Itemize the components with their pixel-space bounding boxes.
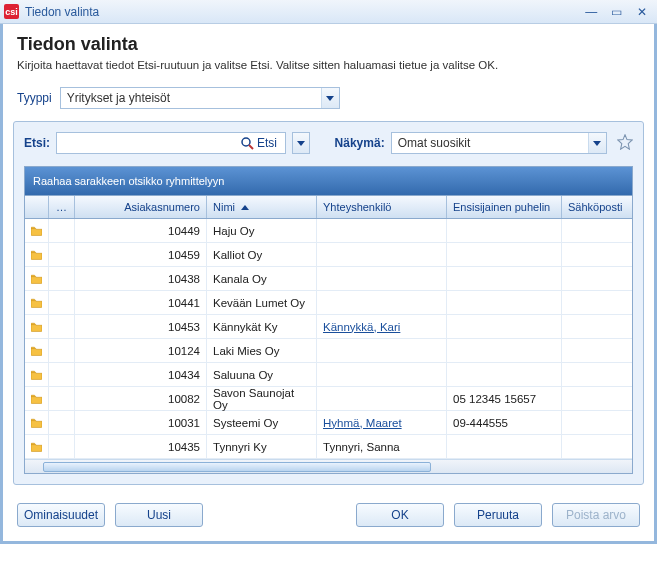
instructions: Tiedon valinta Kirjoita haettavat tiedot… bbox=[3, 24, 654, 83]
chevron-down-icon[interactable] bbox=[588, 133, 606, 153]
folder-icon bbox=[25, 363, 49, 386]
folder-icon bbox=[25, 315, 49, 338]
column-header-more[interactable]: … bbox=[49, 196, 75, 218]
table-row[interactable]: 10438Kanala Oy bbox=[25, 267, 632, 291]
table-row[interactable]: 10441Kevään Lumet Oy bbox=[25, 291, 632, 315]
chevron-down-icon[interactable] bbox=[321, 88, 339, 108]
cell-yhteyshenkilo bbox=[317, 219, 447, 242]
column-header-asiakasnumero[interactable]: Asiakasnumero bbox=[75, 196, 207, 218]
cell-nimi: Tynnyri Ky bbox=[207, 435, 317, 458]
row-more bbox=[49, 411, 75, 434]
cell-asiakasnumero: 10082 bbox=[75, 387, 207, 410]
titlebar: csi Tiedon valinta — ▭ ✕ bbox=[0, 0, 657, 24]
cell-nimi: Kanala Oy bbox=[207, 267, 317, 290]
cell-nimi: Haju Oy bbox=[207, 219, 317, 242]
view-label: Näkymä: bbox=[335, 136, 385, 150]
search-button[interactable]: Etsi bbox=[233, 133, 285, 153]
column-header-yhteyshenkilo[interactable]: Yhteyshenkilö bbox=[317, 196, 447, 218]
cell-puhelin: 09-444555 bbox=[447, 411, 562, 434]
app-icon: csi bbox=[4, 4, 19, 19]
properties-button[interactable]: Ominaisuudet bbox=[17, 503, 105, 527]
cell-puhelin bbox=[447, 339, 562, 362]
view-dropdown[interactable]: Omat suosikit bbox=[391, 132, 607, 154]
grid-header: … Asiakasnumero Nimi Yhteyshenkilö Ensis… bbox=[25, 195, 632, 219]
search-input[interactable] bbox=[57, 133, 233, 153]
cell-asiakasnumero: 10459 bbox=[75, 243, 207, 266]
cell-nimi: Kännykät Ky bbox=[207, 315, 317, 338]
cell-puhelin bbox=[447, 315, 562, 338]
column-header-puhelin[interactable]: Ensisijainen puhelin bbox=[447, 196, 562, 218]
cell-asiakasnumero: 10124 bbox=[75, 339, 207, 362]
grid-body: 10449Haju Oy10459Kalliot Oy10438Kanala O… bbox=[25, 219, 632, 459]
cell-yhteyshenkilo bbox=[317, 267, 447, 290]
cell-yhteyshenkilo[interactable]: Hyhmä, Maaret bbox=[317, 411, 447, 434]
cancel-button[interactable]: Peruuta bbox=[454, 503, 542, 527]
footer: Ominaisuudet Uusi OK Peruuta Poista arvo bbox=[3, 493, 654, 541]
scrollbar-thumb[interactable] bbox=[43, 462, 431, 472]
cell-yhteyshenkilo bbox=[317, 291, 447, 314]
table-row[interactable]: 10434Saluuna Oy bbox=[25, 363, 632, 387]
cell-puhelin bbox=[447, 219, 562, 242]
search-button-label: Etsi bbox=[257, 136, 277, 150]
type-label: Tyyppi bbox=[17, 91, 52, 105]
sort-asc-icon bbox=[241, 205, 249, 210]
ok-button[interactable]: OK bbox=[356, 503, 444, 527]
table-row[interactable]: 10082Savon Saunojat Oy05 12345 15657 bbox=[25, 387, 632, 411]
page-subtitle: Kirjoita haettavat tiedot Etsi-ruutuun j… bbox=[17, 59, 640, 71]
row-more bbox=[49, 219, 75, 242]
folder-icon bbox=[25, 387, 49, 410]
cell-puhelin bbox=[447, 363, 562, 386]
cell-nimi: Saluuna Oy bbox=[207, 363, 317, 386]
cell-sahkoposti bbox=[562, 339, 632, 362]
cell-nimi: Savon Saunojat Oy bbox=[207, 387, 317, 410]
cell-puhelin bbox=[447, 267, 562, 290]
cell-asiakasnumero: 10438 bbox=[75, 267, 207, 290]
cell-sahkoposti bbox=[562, 315, 632, 338]
favorite-star-icon[interactable] bbox=[617, 134, 633, 152]
svg-marker-5 bbox=[618, 135, 632, 149]
cell-puhelin: 05 12345 15657 bbox=[447, 387, 562, 410]
grid-group-bar[interactable]: Raahaa sarakkeen otsikko ryhmittelyyn bbox=[25, 167, 632, 195]
row-more bbox=[49, 387, 75, 410]
cell-sahkoposti bbox=[562, 435, 632, 458]
table-row[interactable]: 10124Laki Mies Oy bbox=[25, 339, 632, 363]
close-button[interactable]: ✕ bbox=[631, 5, 653, 19]
column-header-sahkoposti[interactable]: Sähköposti bbox=[562, 196, 632, 218]
svg-line-2 bbox=[249, 145, 253, 149]
search-box: Etsi bbox=[56, 132, 286, 154]
cell-nimi: Kevään Lumet Oy bbox=[207, 291, 317, 314]
new-button[interactable]: Uusi bbox=[115, 503, 203, 527]
search-dropdown-toggle[interactable] bbox=[292, 132, 310, 154]
table-row[interactable]: 10453Kännykät KyKännykkä, Kari bbox=[25, 315, 632, 339]
cell-asiakasnumero: 10434 bbox=[75, 363, 207, 386]
cell-asiakasnumero: 10441 bbox=[75, 291, 207, 314]
cell-nimi: Systeemi Oy bbox=[207, 411, 317, 434]
column-header-icon[interactable] bbox=[25, 196, 49, 218]
type-dropdown[interactable]: Yritykset ja yhteisöt bbox=[60, 87, 340, 109]
chevron-down-icon bbox=[297, 141, 305, 146]
svg-point-1 bbox=[242, 138, 250, 146]
cell-asiakasnumero: 10449 bbox=[75, 219, 207, 242]
view-value: Omat suosikit bbox=[392, 136, 588, 150]
cell-sahkoposti bbox=[562, 243, 632, 266]
horizontal-scrollbar[interactable] bbox=[25, 459, 632, 473]
delete-value-button: Poista arvo bbox=[552, 503, 640, 527]
table-row[interactable]: 10031Systeemi OyHyhmä, Maaret09-444555 bbox=[25, 411, 632, 435]
minimize-button[interactable]: — bbox=[580, 5, 602, 19]
folder-icon bbox=[25, 243, 49, 266]
row-more bbox=[49, 243, 75, 266]
cell-sahkoposti bbox=[562, 267, 632, 290]
window-title: Tiedon valinta bbox=[25, 5, 580, 19]
table-row[interactable]: 10435Tynnyri KyTynnyri, Sanna bbox=[25, 435, 632, 459]
cell-yhteyshenkilo bbox=[317, 243, 447, 266]
cell-asiakasnumero: 10031 bbox=[75, 411, 207, 434]
cell-yhteyshenkilo[interactable]: Kännykkä, Kari bbox=[317, 315, 447, 338]
column-header-nimi[interactable]: Nimi bbox=[207, 196, 317, 218]
table-row[interactable]: 10459Kalliot Oy bbox=[25, 243, 632, 267]
table-row[interactable]: 10449Haju Oy bbox=[25, 219, 632, 243]
row-more bbox=[49, 339, 75, 362]
cell-puhelin bbox=[447, 243, 562, 266]
cell-sahkoposti bbox=[562, 411, 632, 434]
maximize-button[interactable]: ▭ bbox=[606, 5, 628, 19]
folder-icon bbox=[25, 435, 49, 458]
